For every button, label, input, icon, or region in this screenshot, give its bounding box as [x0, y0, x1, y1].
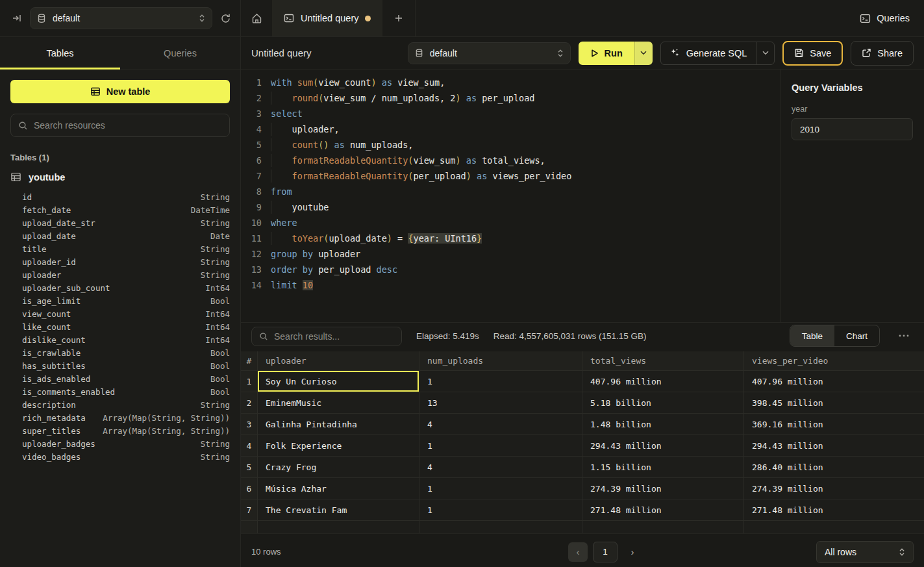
next-page-button[interactable]: ›	[623, 542, 642, 562]
table-cell[interactable]: 4	[419, 414, 582, 435]
database-selector-value: default	[53, 13, 192, 23]
table-cell[interactable]: 274.39 million	[744, 478, 924, 499]
code-content: formatReadableQuantity(per_upload) as vi…	[262, 168, 571, 184]
column-header[interactable]: total_views	[582, 351, 744, 371]
updown-chevron-icon	[557, 49, 564, 58]
schema-column-name: uploader_id	[22, 257, 76, 267]
generate-sql-options-button[interactable]	[756, 42, 774, 64]
current-page[interactable]: 1	[593, 542, 618, 562]
table-cell[interactable]: 274.39 million	[582, 478, 744, 499]
query-database-selector[interactable]: default	[408, 42, 571, 64]
table-cell[interactable]: 13	[419, 392, 582, 414]
share-button[interactable]: Share	[851, 41, 914, 66]
schema-column-row: video_badgesString	[10, 450, 230, 463]
table-cell[interactable]: Folk Experience	[258, 435, 419, 457]
schema-column-name: has_subtitles	[22, 361, 86, 371]
table-cell[interactable]: 398.45 million	[744, 392, 924, 414]
results-footer: 10 rows ‹ 1 › All rows	[241, 533, 924, 567]
schema-column-row: idString	[10, 190, 230, 203]
table-cell[interactable]: 286.40 million	[744, 457, 924, 478]
column-header[interactable]: num_uploads	[419, 351, 582, 371]
schema-column-type: String	[201, 218, 230, 228]
column-header[interactable]: uploader	[258, 351, 419, 371]
table-cell[interactable]: 294.43 million	[582, 435, 744, 457]
table-entry-youtube[interactable]: youtube	[10, 171, 230, 183]
line-number: 14	[241, 277, 262, 293]
schema-column-type: Int64	[205, 322, 230, 332]
sidebar-body: New table Tables (1) youtube idStringfet…	[0, 69, 240, 463]
generate-sql-label: Generate SQL	[686, 48, 747, 58]
schema-column-type: String	[201, 257, 230, 267]
view-toggle-chart[interactable]: Chart	[834, 325, 879, 346]
table-cell[interactable]: 4	[419, 457, 582, 478]
query-database-value: default	[430, 48, 551, 58]
code-line: 6 formatReadableQuantity(view_sum) as to…	[241, 153, 780, 168]
new-tab-button[interactable]	[382, 0, 415, 36]
results-more-button[interactable]	[894, 334, 914, 337]
search-resources-input[interactable]	[34, 120, 222, 131]
results-table: #uploadernum_uploadstotal_viewsviews_per…	[241, 351, 924, 533]
row-number: 3	[241, 414, 258, 435]
table-cell[interactable]: 271.48 million	[582, 499, 744, 521]
table-cell[interactable]: 1	[419, 371, 582, 392]
refresh-icon	[220, 13, 231, 24]
schema-column-name: uploader	[22, 270, 61, 280]
table-cell[interactable]: 1.48 billion	[582, 414, 744, 435]
table-cell[interactable]: 5.18 billion	[582, 392, 744, 414]
table-cell[interactable]: 369.16 million	[744, 414, 924, 435]
table-cell[interactable]: Galinha Pintadinha	[258, 414, 419, 435]
search-icon	[259, 332, 268, 341]
table-cell[interactable]: Soy Un Curioso	[258, 371, 419, 392]
table-cell[interactable]: 1	[419, 435, 582, 457]
refresh-button[interactable]	[220, 13, 231, 24]
table-cell[interactable]: Música Azhar	[258, 478, 419, 499]
table-cell[interactable]: Crazy Frog	[258, 457, 419, 478]
code-line: 13order by per_upload desc	[241, 262, 780, 277]
sql-editor[interactable]: 1with sum(view_count) as view_sum,2 roun…	[241, 69, 780, 322]
search-results-input[interactable]	[274, 331, 394, 342]
table-cell[interactable]: EminemMusic	[258, 392, 419, 414]
sparkles-icon	[670, 48, 680, 58]
code-line: 3select	[241, 106, 780, 121]
table-name: youtube	[29, 172, 65, 183]
table-icon	[90, 86, 101, 97]
tab-untitled-query[interactable]: Untitled query	[272, 0, 382, 36]
table-cell[interactable]: 294.43 million	[744, 435, 924, 457]
table-cell[interactable]: 1.15 billion	[582, 457, 744, 478]
table-cell[interactable]: 1	[419, 478, 582, 499]
tables-section-label: Tables (1)	[10, 153, 230, 162]
table-cell[interactable]: The Crevatin Fam	[258, 499, 419, 521]
schema-column-type: DateTime	[191, 205, 230, 215]
home-button[interactable]	[241, 0, 272, 36]
page-size-selector[interactable]: All rows	[816, 541, 914, 563]
collapse-sidebar-button[interactable]	[12, 13, 22, 23]
database-selector[interactable]: default	[30, 7, 212, 29]
schema-column-name: description	[22, 400, 76, 410]
column-header[interactable]: #	[241, 351, 258, 371]
schema-column-row: like_countInt64	[10, 320, 230, 333]
run-button[interactable]: Run	[579, 42, 634, 65]
table-cell[interactable]: 407.96 million	[744, 371, 924, 392]
line-number: 5	[241, 137, 262, 153]
chevron-down-icon	[640, 51, 647, 55]
table-cell[interactable]: 271.48 million	[744, 499, 924, 521]
run-options-button[interactable]	[634, 42, 653, 65]
table-cell[interactable]: 407.96 million	[582, 371, 744, 392]
save-button[interactable]: Save	[782, 41, 843, 66]
tab-tables[interactable]: Tables	[0, 37, 120, 69]
row-count: 10 rows	[251, 547, 394, 557]
schema-column-name: title	[22, 244, 47, 254]
column-header[interactable]: views_per_video	[744, 351, 924, 371]
variable-year-input[interactable]	[792, 118, 913, 140]
table-cell[interactable]: 1	[419, 499, 582, 521]
previous-page-button[interactable]: ‹	[568, 542, 588, 562]
schema-column-name: is_ads_enabled	[22, 374, 90, 384]
plus-icon	[394, 14, 403, 23]
new-table-button[interactable]: New table	[10, 80, 230, 103]
queries-button[interactable]: Queries	[845, 0, 924, 36]
updown-chevron-icon	[199, 14, 205, 23]
view-toggle-table[interactable]: Table	[790, 325, 834, 346]
generate-sql-button[interactable]: Generate SQL	[661, 42, 756, 64]
tab-queries[interactable]: Queries	[120, 37, 240, 69]
sidebar-header: default	[0, 0, 241, 36]
